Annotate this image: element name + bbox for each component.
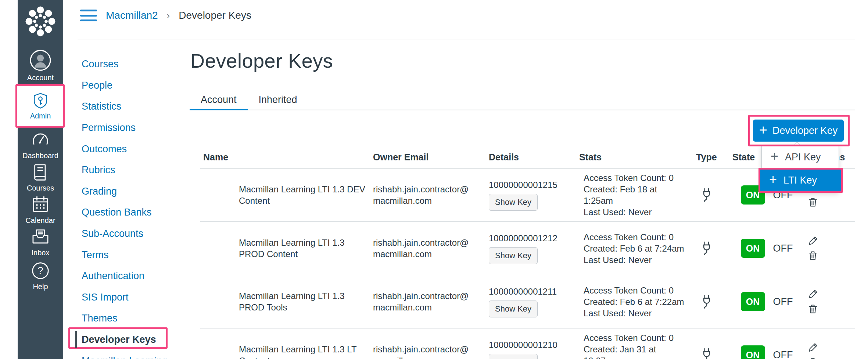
stat-created: Created: Feb 6 at 7:24am: [584, 243, 685, 254]
key-details: 10000000001211 Show Key: [489, 275, 579, 328]
subnav-item[interactable]: Themes: [82, 308, 168, 329]
menu-item-api-key[interactable]: + API Key: [762, 146, 839, 168]
plug-icon: [699, 347, 714, 359]
global-sidebar: Account Admin Dashboard: [18, 0, 63, 359]
stat-token-count: Access Token Count: 0: [584, 172, 685, 184]
subnav-item[interactable]: Rubrics: [82, 160, 168, 181]
state-off-label[interactable]: OFF: [773, 296, 793, 308]
trash-icon: [807, 250, 819, 262]
sidebar-item-help[interactable]: ? Help: [18, 261, 63, 291]
key-details: 10000000001215 Show Key: [489, 168, 579, 221]
key-details: 10000000001210 Show Key: [489, 328, 579, 359]
menu-item-lti-key[interactable]: + LTI Key: [760, 170, 841, 191]
sidebar-item-label: Admin: [30, 112, 51, 120]
key-id: 10000000001212: [489, 232, 557, 244]
breadcrumb-account-link[interactable]: Macmillan2: [106, 10, 158, 21]
column-header-details: Details: [489, 152, 579, 168]
subnav-item[interactable]: Authentication: [82, 266, 168, 287]
dashboard-gauge-icon: [31, 130, 50, 149]
table-row: Macmillan Learning LTI 1.3 DEV Content r…: [200, 168, 855, 222]
subnav-item[interactable]: Outcomes: [82, 138, 168, 160]
sidebar-item-admin[interactable]: Admin: [18, 86, 63, 126]
tab-account[interactable]: Account: [190, 90, 248, 110]
stat-last-used: Last Used: Never: [584, 308, 685, 319]
trash-icon: [807, 196, 819, 208]
stat-created: Created: Feb 6 at 7:22am: [584, 296, 685, 308]
subnav-item[interactable]: Sub-Accounts: [82, 223, 168, 245]
stat-token-count: Access Token Count: 0: [584, 285, 685, 296]
delete-key-button[interactable]: [807, 196, 819, 208]
page-title: Developer Keys: [190, 49, 333, 72]
key-id: 10000000001210: [489, 339, 557, 351]
edit-key-button[interactable]: [807, 235, 819, 247]
subnav-item[interactable]: Developer Keys: [82, 329, 168, 351]
plug-icon: [699, 241, 714, 256]
show-key-button[interactable]: Show Key: [489, 301, 538, 317]
delete-key-button[interactable]: [807, 356, 819, 359]
subnav-item[interactable]: Statistics: [82, 96, 168, 117]
state-on-button[interactable]: ON: [741, 292, 765, 311]
show-key-button[interactable]: Show Key: [489, 194, 538, 211]
pencil-icon: [807, 235, 819, 247]
subnav-item[interactable]: Grading: [82, 181, 168, 202]
sidebar-item-label: Account: [27, 74, 54, 82]
edit-key-button[interactable]: [807, 342, 819, 353]
stat-created: Created: Feb 18 at 1:25am: [584, 184, 685, 206]
hamburger-icon[interactable]: [80, 10, 97, 21]
delete-key-button[interactable]: [807, 303, 819, 315]
stat-created: Created: Jan 31 at 10:07am: [584, 344, 685, 359]
column-header-type: Type: [691, 152, 722, 168]
state-on-button[interactable]: ON: [741, 345, 765, 359]
show-key-button[interactable]: Show Key: [489, 247, 538, 264]
show-key-button[interactable]: Show Key: [489, 354, 538, 359]
sidebar-item-calendar[interactable]: Calendar: [18, 195, 63, 225]
add-developer-key-button[interactable]: + Developer Key: [753, 120, 844, 142]
menu-item-label: LTI Key: [783, 175, 817, 186]
subnav-active-indicator: [75, 331, 77, 348]
key-actions: [801, 275, 855, 328]
state-off-label[interactable]: OFF: [773, 349, 793, 359]
sidebar-item-dashboard[interactable]: Dashboard: [18, 130, 63, 160]
sidebar-item-label: Inbox: [32, 249, 50, 257]
sidebar-item-label: Dashboard: [22, 152, 58, 160]
key-state: ON OFF: [722, 328, 801, 359]
delete-key-button[interactable]: [807, 250, 819, 262]
column-header-owner-email: Owner Email: [373, 152, 489, 168]
subnav-item[interactable]: People: [82, 75, 168, 96]
account-subnav: Courses People Statistics Permissions Ou…: [82, 54, 168, 359]
sidebar-item-account[interactable]: Account: [18, 49, 63, 82]
subnav-item[interactable]: SIS Import: [82, 287, 168, 308]
help-icon: ?: [31, 261, 50, 280]
key-id: 10000000001211: [489, 286, 557, 297]
edit-key-button[interactable]: [807, 288, 819, 300]
developer-keys-table: Name Owner Email Details Stats Type Stat…: [200, 152, 855, 359]
key-stats: Access Token Count: 0 Created: Feb 6 at …: [579, 222, 691, 275]
state-off-label[interactable]: OFF: [773, 243, 793, 254]
sidebar-item-label: Help: [33, 282, 48, 291]
canvas-logo-icon[interactable]: [18, 4, 63, 38]
plug-icon: [699, 187, 714, 203]
subnav-item[interactable]: Courses: [82, 54, 168, 75]
key-stats: Access Token Count: 0 Created: Jan 31 at…: [579, 328, 691, 359]
owner-email: rishabh.jain.contractor@macmillan.com: [373, 168, 489, 221]
key-details: 10000000001212 Show Key: [489, 222, 579, 275]
stat-last-used: Last Used: Never: [584, 254, 685, 266]
column-header-stats: Stats: [579, 152, 691, 168]
sidebar-item-inbox[interactable]: Inbox: [18, 227, 63, 257]
owner-email: rishabh.jain.contractor@macmillan.com: [373, 328, 489, 359]
key-state: ON OFF: [722, 222, 801, 275]
table-row: Macmillan Learning LTI 1.3 LT Content ri…: [200, 328, 855, 359]
state-on-button[interactable]: ON: [741, 239, 765, 258]
subnav-item[interactable]: Terms: [82, 244, 168, 266]
subnav-item[interactable]: Question Banks: [82, 202, 168, 223]
sidebar-item-courses[interactable]: Courses: [18, 163, 63, 192]
tab-inherited[interactable]: Inherited: [248, 90, 308, 110]
subnav-item[interactable]: Macmillan Learning: [82, 350, 168, 359]
column-header-name: Name: [200, 152, 373, 168]
key-type: [691, 328, 722, 359]
key-name: Macmillan Learning LTI 1.3 PROD Content: [200, 222, 373, 275]
subnav-item[interactable]: Permissions: [82, 117, 168, 139]
stat-token-count: Access Token Count: 0: [584, 231, 685, 243]
sidebar-item-label: Calendar: [25, 216, 55, 225]
tab-bar: Account Inherited: [190, 90, 855, 110]
